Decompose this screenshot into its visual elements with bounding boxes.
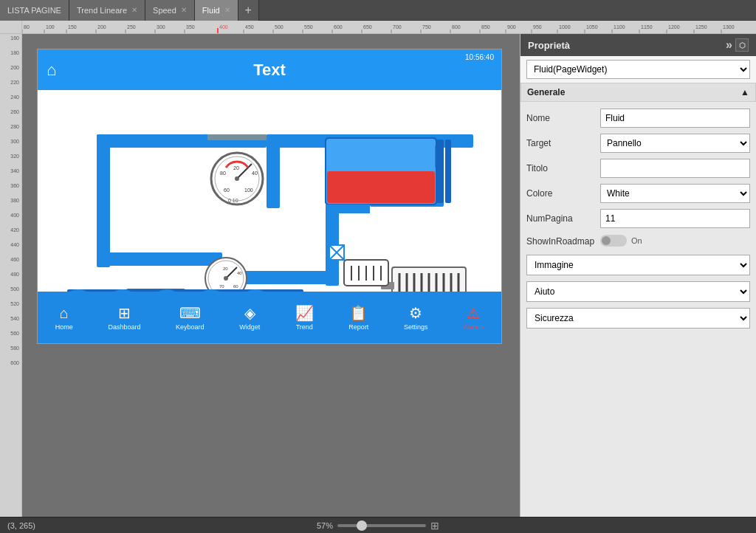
horizontal-ruler: 80 100 150 200 250 300 350 400 450 500 bbox=[22, 21, 756, 34]
sicurezza-dropdown[interactable]: Sicurezza bbox=[526, 308, 750, 329]
zoom-area: 57% ⊞ bbox=[317, 520, 439, 532]
svg-text:20: 20 bbox=[223, 266, 228, 271]
nav-home: ⌂ Home bbox=[55, 305, 73, 331]
svg-text:700: 700 bbox=[393, 24, 402, 30]
fit-icon[interactable]: ⊞ bbox=[430, 520, 439, 532]
tab-trend-lineare[interactable]: Trend Lineare ✕ bbox=[69, 0, 145, 21]
svg-text:60: 60 bbox=[224, 188, 230, 193]
svg-text:350: 350 bbox=[186, 24, 195, 30]
colore-value-container: White bbox=[600, 184, 750, 203]
colore-dropdown[interactable]: White bbox=[600, 184, 750, 203]
add-tab-button[interactable]: + bbox=[238, 0, 259, 21]
svg-text:1150: 1150 bbox=[641, 24, 653, 30]
tab-fluid[interactable]: Fluid ✕ bbox=[195, 0, 238, 21]
colore-label: Colore bbox=[526, 188, 600, 199]
aiuto-dropdown[interactable]: Aiuto bbox=[526, 281, 750, 302]
svg-text:70: 70 bbox=[219, 284, 224, 289]
svg-text:100: 100 bbox=[244, 188, 253, 193]
nome-input[interactable] bbox=[600, 109, 750, 128]
svg-text:1200: 1200 bbox=[668, 24, 680, 30]
numpagina-row: NumPagina bbox=[520, 206, 756, 231]
svg-rect-56 bbox=[97, 252, 222, 266]
expand-icon[interactable]: » bbox=[726, 38, 732, 52]
svg-text:1250: 1250 bbox=[695, 24, 707, 30]
close-fluid[interactable]: ✕ bbox=[224, 6, 230, 14]
svg-rect-67 bbox=[327, 171, 435, 203]
svg-rect-62 bbox=[237, 271, 333, 284]
showinroadmap-row: ShowInRoadmap On bbox=[520, 231, 756, 252]
fluid-canvas: 20 40 100 60 80 0 10 20 40 60 bbox=[38, 90, 501, 292]
widget-time: 10:56:40 bbox=[465, 53, 494, 61]
svg-text:150: 150 bbox=[68, 24, 77, 30]
show-in-roadmap-toggle[interactable] bbox=[600, 235, 627, 247]
svg-text:1050: 1050 bbox=[586, 24, 598, 30]
nav-trend: 📈 Trend bbox=[295, 304, 314, 331]
widget-title: Text bbox=[253, 61, 286, 80]
numpagina-input[interactable] bbox=[600, 209, 750, 228]
fluid-widget-preview[interactable]: ⌂ Text 10:56:40 bbox=[37, 49, 502, 344]
immagine-dropdown[interactable]: Immagine bbox=[526, 255, 750, 275]
svg-rect-60 bbox=[267, 134, 280, 208]
layer-icon[interactable]: ⬡ bbox=[735, 38, 749, 52]
titolo-label: Titolo bbox=[526, 163, 600, 173]
nav-report: 📋 Report bbox=[348, 304, 368, 331]
svg-text:1000: 1000 bbox=[559, 24, 571, 30]
properties-body: Nome Target Pannello Titolo bbox=[520, 102, 756, 517]
svg-rect-63 bbox=[207, 134, 267, 140]
svg-text:650: 650 bbox=[363, 24, 372, 30]
svg-text:850: 850 bbox=[481, 24, 490, 30]
svg-text:750: 750 bbox=[422, 24, 431, 30]
svg-rect-69 bbox=[436, 140, 444, 203]
main-area: 160 180 200 220 240 260 280 300 320 340 … bbox=[0, 34, 756, 517]
zoom-percent: 57% bbox=[317, 521, 333, 530]
titolo-row: Titolo bbox=[520, 156, 756, 181]
svg-text:80: 80 bbox=[24, 24, 30, 30]
titolo-input[interactable] bbox=[600, 159, 750, 178]
sicurezza-row: Sicurezza bbox=[520, 305, 756, 331]
tab-bar: LISTA PAGINE Trend Lineare ✕ Speed ✕ Flu… bbox=[0, 0, 756, 21]
properties-title: Proprietà bbox=[528, 40, 570, 51]
svg-text:300: 300 bbox=[157, 24, 165, 30]
svg-point-88 bbox=[224, 276, 228, 281]
coordinates: (3, 265) bbox=[7, 521, 35, 530]
home-icon: ⌂ bbox=[47, 61, 56, 80]
svg-text:500: 500 bbox=[275, 24, 284, 30]
numpagina-value-container bbox=[600, 209, 750, 228]
canvas-area[interactable]: ⌂ Text 10:56:40 bbox=[22, 34, 520, 517]
nav-keyboard: ⌨ Keyboard bbox=[176, 304, 205, 331]
nav-alarms: ⚠ Alarms bbox=[463, 304, 484, 331]
svg-rect-70 bbox=[445, 140, 451, 203]
close-trend-lineare[interactable]: ✕ bbox=[131, 6, 137, 14]
close-speed[interactable]: ✕ bbox=[181, 6, 187, 14]
nav-dashboard: ⊞ Dashboard bbox=[108, 304, 140, 331]
svg-text:0  10: 0 10 bbox=[228, 198, 238, 203]
tab-speed[interactable]: Speed ✕ bbox=[145, 0, 195, 21]
svg-text:800: 800 bbox=[452, 24, 461, 30]
tab-lista-pagine[interactable]: LISTA PAGINE bbox=[0, 0, 69, 21]
svg-text:400: 400 bbox=[219, 24, 228, 30]
svg-point-79 bbox=[235, 176, 239, 181]
svg-text:1100: 1100 bbox=[614, 24, 625, 30]
target-dropdown[interactable]: Pannello bbox=[600, 134, 750, 153]
showinroadmap-label: ShowInRoadmap bbox=[526, 236, 600, 247]
nome-row: Nome bbox=[520, 106, 756, 131]
svg-text:600: 600 bbox=[334, 24, 343, 30]
svg-text:950: 950 bbox=[533, 24, 542, 30]
section-generale-header[interactable]: Generale ▲ bbox=[520, 83, 756, 102]
nav-widget: ◈ Widget bbox=[239, 304, 260, 331]
svg-text:60: 60 bbox=[233, 284, 238, 289]
properties-panel: Proprietà » ⬡ Fluid(PageWidget) Generale… bbox=[520, 34, 756, 517]
fluid-navbar: ⌂ Home ⊞ Dashboard ⌨ Keyboard ◈ Widget 📈 bbox=[38, 292, 501, 343]
immagine-row: Immagine bbox=[520, 252, 756, 278]
widget-selector-row: Fluid(PageWidget) bbox=[520, 56, 756, 83]
svg-text:550: 550 bbox=[304, 24, 313, 30]
colore-row: Colore White bbox=[520, 181, 756, 206]
svg-rect-55 bbox=[97, 134, 110, 267]
svg-text:1300: 1300 bbox=[723, 24, 735, 30]
svg-text:40: 40 bbox=[252, 171, 258, 176]
nav-settings: ⚙ Settings bbox=[404, 304, 428, 331]
widget-selector-dropdown[interactable]: Fluid(PageWidget) bbox=[526, 60, 750, 79]
zoom-slider[interactable] bbox=[337, 524, 426, 527]
fluid-diagram: 20 40 100 60 80 0 10 20 40 60 bbox=[38, 90, 501, 292]
target-value-container: Pannello bbox=[600, 134, 750, 153]
